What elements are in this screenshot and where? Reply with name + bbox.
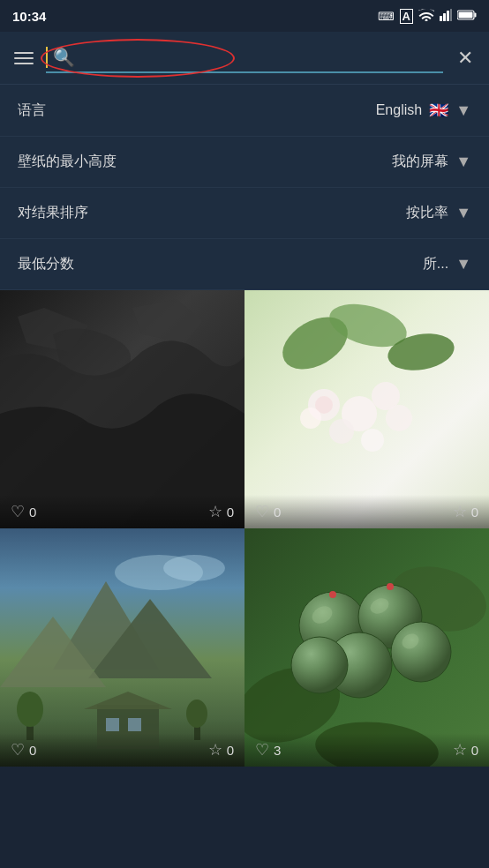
svg-rect-5 [475, 12, 477, 17]
image-3-star-count: 0 [227, 743, 234, 758]
sort-text: 按比率 [406, 204, 448, 222]
min-score-label: 最低分数 [18, 255, 74, 273]
language-label: 语言 [18, 101, 46, 120]
image-4-like-count: 3 [274, 743, 281, 758]
image-1-star-count: 0 [227, 505, 234, 520]
image-cell-3[interactable]: ♡ 0 ☆ 0 [0, 528, 244, 767]
autofill-icon: A [400, 9, 413, 24]
image-grid: ♡ 0 ☆ 0 [0, 290, 489, 767]
sort-label: 对结果排序 [18, 204, 88, 222]
svg-point-16 [329, 419, 354, 444]
search-input[interactable] [80, 49, 443, 66]
image-4-likes: ♡ 3 [255, 740, 281, 760]
close-button[interactable]: ✕ [452, 43, 478, 73]
image-1-likes: ♡ 0 [11, 502, 36, 521]
min-height-value: 我的屏幕 ▼ [392, 153, 471, 171]
svg-point-19 [361, 429, 384, 452]
language-dropdown-icon: ▼ [455, 101, 471, 120]
min-height-label: 壁纸的最小高度 [18, 153, 117, 171]
image-4-overlay: ♡ 3 ☆ 0 [244, 733, 489, 767]
image-4-stars: ☆ 0 [453, 740, 478, 760]
svg-point-33 [186, 700, 207, 728]
min-score-setting-row[interactable]: 最低分数 所... ▼ [0, 239, 489, 290]
image-3-like-count: 0 [29, 743, 36, 758]
heart-icon: ♡ [11, 502, 25, 521]
image-cell-4[interactable]: ♡ 3 ☆ 0 [244, 528, 489, 767]
battery-icon [457, 10, 477, 23]
heart-icon-4: ♡ [255, 740, 269, 760]
signal-icon [440, 9, 452, 24]
image-2-likes: ♡ 0 [255, 502, 281, 521]
star-icon-3: ☆ [208, 740, 222, 760]
svg-point-40 [391, 622, 451, 682]
star-icon: ☆ [208, 502, 222, 521]
language-setting-row[interactable]: 语言 English 🇬🇧 ▼ [0, 85, 489, 137]
svg-point-18 [386, 405, 412, 431]
search-icon: 🔍 [53, 47, 75, 68]
min-height-setting-row[interactable]: 壁纸的最小高度 我的屏幕 ▼ [0, 137, 489, 188]
min-score-text: 所... [423, 255, 448, 273]
search-wrapper: 🔍 [46, 43, 443, 73]
header: 🔍 ✕ [0, 32, 489, 85]
settings-section: 语言 English 🇬🇧 ▼ 壁纸的最小高度 我的屏幕 ▼ 对结果排序 按比率… [0, 85, 489, 290]
language-text: English [376, 102, 422, 118]
svg-point-22 [163, 555, 225, 581]
image-2-like-count: 0 [274, 505, 281, 520]
svg-rect-6 [459, 11, 473, 18]
heart-icon-3: ♡ [11, 740, 25, 760]
svg-point-42 [291, 637, 348, 693]
wifi-icon [418, 9, 434, 24]
sort-dropdown-icon: ▼ [455, 204, 471, 222]
image-cell-1[interactable]: ♡ 0 ☆ 0 [0, 290, 244, 528]
language-flag: 🇬🇧 [429, 101, 448, 120]
image-3-stars: ☆ 0 [208, 740, 234, 760]
svg-rect-29 [128, 718, 141, 731]
min-height-dropdown-icon: ▼ [455, 153, 471, 171]
sort-setting-row[interactable]: 对结果排序 按比率 ▼ [0, 188, 489, 239]
svg-rect-0 [440, 16, 442, 21]
image-1-like-count: 0 [29, 505, 36, 520]
svg-rect-28 [106, 718, 119, 731]
sort-value: 按比率 ▼ [406, 204, 471, 222]
min-height-text: 我的屏幕 [392, 153, 448, 171]
image-2-star-count: 0 [471, 505, 478, 520]
image-2-overlay: ♡ 0 ☆ 0 [244, 495, 489, 528]
image-1-stars: ☆ 0 [208, 502, 234, 521]
svg-rect-3 [450, 9, 452, 21]
status-time: 10:34 [12, 9, 46, 24]
svg-point-31 [17, 692, 43, 727]
hamburger-button[interactable] [11, 49, 37, 68]
image-3-likes: ♡ 0 [11, 740, 36, 760]
image-3-overlay: ♡ 0 ☆ 0 [0, 733, 244, 767]
language-value: English 🇬🇧 ▼ [376, 101, 471, 120]
svg-point-47 [387, 583, 394, 590]
image-4-star-count: 0 [471, 743, 478, 758]
svg-rect-1 [443, 13, 446, 21]
keyboard-icon: ⌨ [378, 10, 395, 23]
svg-point-46 [329, 591, 336, 598]
svg-point-17 [300, 408, 321, 429]
star-icon-4: ☆ [453, 740, 467, 760]
svg-rect-2 [447, 11, 449, 21]
min-score-value: 所... ▼ [423, 255, 471, 273]
min-score-dropdown-icon: ▼ [455, 255, 471, 273]
image-cell-2[interactable]: ♡ 0 ☆ 0 [244, 290, 489, 528]
image-1-overlay: ♡ 0 ☆ 0 [0, 495, 244, 528]
status-icons: ⌨ A [378, 9, 477, 24]
search-bar: 🔍 [46, 43, 443, 73]
status-bar: 10:34 ⌨ A [0, 0, 489, 32]
image-2-stars: ☆ 0 [453, 502, 478, 521]
heart-icon-2: ♡ [255, 502, 269, 521]
star-icon-2: ☆ [453, 502, 467, 521]
text-cursor [46, 47, 48, 68]
